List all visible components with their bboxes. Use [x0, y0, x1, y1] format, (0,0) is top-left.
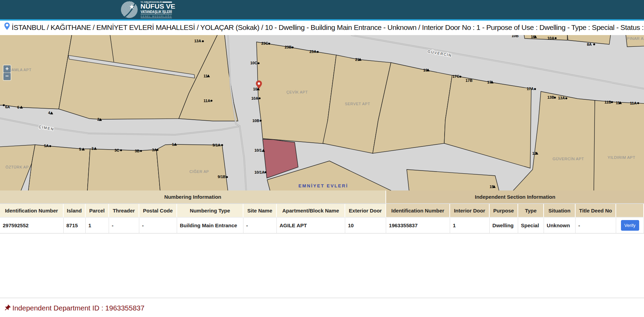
svg-text:10: 10	[253, 87, 257, 91]
svg-text:6: 6	[17, 105, 19, 109]
svg-text:3A: 3A	[152, 148, 157, 152]
svg-text:DAMLA APT: DAMLA APT	[9, 68, 32, 72]
svg-text:11A: 11A	[630, 101, 637, 105]
svg-text:9/1B: 9/1B	[218, 175, 226, 179]
svg-text:11B: 11B	[604, 100, 611, 104]
svg-text:10C: 10C	[250, 61, 257, 65]
svg-text:19: 19	[423, 68, 427, 72]
svg-text:23A: 23A	[309, 50, 316, 54]
svg-text:10B: 10B	[252, 119, 259, 123]
svg-text:5: 5	[79, 147, 81, 151]
svg-text:17A: 17A	[527, 87, 534, 91]
svg-text:23C: 23C	[261, 41, 268, 45]
svg-text:10/1A: 10/1A	[254, 170, 264, 174]
svg-text:ÇEVİK APT: ÇEVİK APT	[286, 90, 308, 94]
svg-text:10A: 10A	[547, 36, 554, 40]
svg-text:21: 21	[355, 57, 359, 62]
svg-text:17C: 17C	[452, 74, 459, 78]
svg-text:VATANDAŞLIK İŞLERİ: VATANDAŞLIK İŞLERİ	[141, 9, 172, 14]
svg-text:13A: 13A	[558, 96, 565, 100]
svg-text:9/1A: 9/1A	[212, 143, 220, 147]
svg-text:11: 11	[204, 74, 208, 78]
svg-text:1: 1	[172, 142, 174, 146]
svg-text:6A: 6A	[5, 105, 10, 109]
svg-text:PINAR APT: PINAR APT	[627, 36, 644, 41]
svg-text:17B: 17B	[466, 78, 472, 83]
svg-text:EMNİYET EVLERİ: EMNİYET EVLERİ	[298, 183, 348, 188]
svg-text:13A: 13A	[194, 39, 201, 43]
svg-text:SERVET APT: SERVET APT	[345, 102, 370, 106]
svg-text:23B: 23B	[285, 45, 292, 49]
svg-text:YILDIRIM APT: YILDIRIM APT	[608, 155, 635, 160]
svg-text:GENEL MÜDÜRLÜĞÜ: GENEL MÜDÜRLÜĞÜ	[141, 15, 172, 18]
svg-text:13: 13	[532, 151, 536, 155]
svg-text:8A: 8A	[587, 42, 592, 46]
svg-text:3B: 3B	[135, 149, 140, 153]
svg-text:3: 3	[91, 146, 94, 151]
svg-text:11: 11	[616, 101, 620, 105]
svg-text:3C: 3C	[114, 148, 119, 152]
svg-text:13B: 13B	[547, 95, 554, 99]
svg-text:15: 15	[490, 185, 494, 189]
svg-text:GÜVERCİN APT: GÜVERCİN APT	[553, 157, 584, 161]
svg-text:5A: 5A	[44, 144, 49, 148]
svg-text:17: 17	[487, 80, 491, 84]
svg-text:10A: 10A	[251, 96, 258, 100]
svg-text:10/1: 10/1	[254, 148, 262, 152]
svg-text:11A: 11A	[204, 99, 210, 103]
svg-text:ÖZTÜRK AP: ÖZTÜRK AP	[6, 165, 29, 169]
svg-text:CIĞER AP: CIĞER AP	[189, 170, 209, 174]
svg-text:10B: 10B	[512, 35, 519, 38]
